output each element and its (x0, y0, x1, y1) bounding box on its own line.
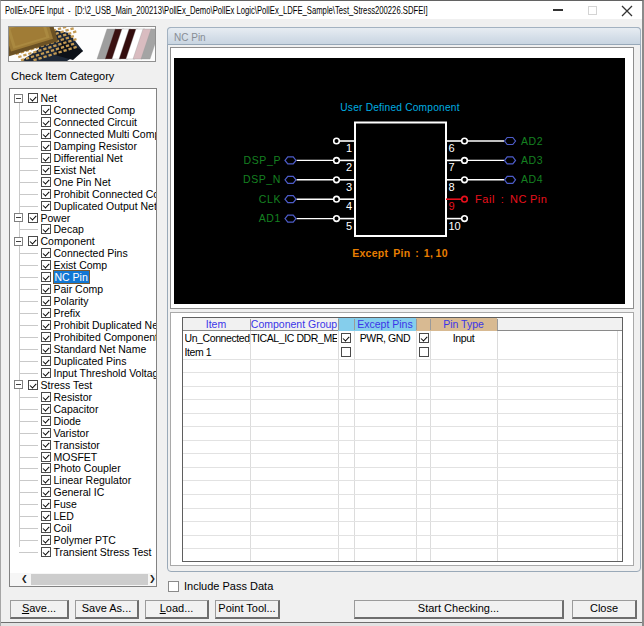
svg-text:Fail : NC Pin: Fail : NC Pin (475, 193, 548, 205)
svg-text:AD2: AD2 (521, 135, 543, 147)
svg-text:Except Pin : 1, 10: Except Pin : 1, 10 (352, 247, 448, 259)
svg-text:DSP_N: DSP_N (243, 173, 281, 185)
svg-text:4: 4 (346, 200, 352, 212)
svg-text:10: 10 (449, 220, 461, 232)
svg-text:9: 9 (449, 200, 455, 212)
svg-text:AD1: AD1 (259, 212, 281, 224)
svg-text:3: 3 (346, 181, 352, 193)
svg-text:5: 5 (346, 220, 352, 232)
svg-text:7: 7 (449, 161, 455, 173)
svg-text:User Defined Component: User Defined Component (340, 102, 459, 113)
svg-text:6: 6 (449, 142, 455, 154)
svg-text:AD3: AD3 (521, 154, 543, 166)
svg-text:8: 8 (449, 181, 455, 193)
svg-text:CLK: CLK (259, 193, 281, 205)
svg-text:1: 1 (346, 142, 352, 154)
svg-text:DSP_P: DSP_P (244, 154, 281, 166)
svg-text:2: 2 (346, 161, 352, 173)
svg-text:AD4: AD4 (521, 173, 543, 185)
